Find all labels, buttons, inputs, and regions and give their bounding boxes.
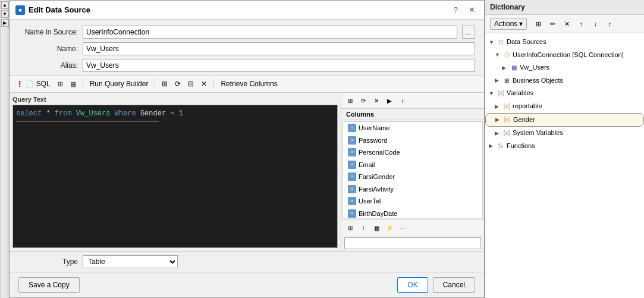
col-up-btn[interactable]: ▶ (384, 95, 395, 106)
col-label-birthdaydate: BirthDayDate (359, 209, 397, 219)
dict-delete-btn[interactable]: ✕ (560, 17, 573, 30)
query-text-label: Query Text (12, 96, 338, 103)
alias-label: Alias: (18, 61, 78, 70)
param-lightning-btn[interactable]: ⚡ (384, 222, 395, 234)
sql-number: 1 (179, 109, 183, 118)
scroll-up-btn[interactable]: ▲ (1, 1, 9, 9)
col-farsiavtivity[interactable]: ≡ FarsiAvtivity (343, 183, 482, 196)
name-row: Name: (18, 42, 475, 55)
sql-star: * (46, 109, 54, 118)
tree-functions[interactable]: ▶ fx Functions (485, 140, 644, 153)
ok-button[interactable]: OK (397, 277, 428, 293)
dict-up-btn[interactable]: ↑ (574, 17, 588, 30)
run-query-builder-item[interactable]: Run Query Builder (87, 78, 152, 90)
query-text-area[interactable]: select * from Vw_Users Where Gender = 1 (12, 105, 338, 248)
sql-table-name: Vw_Users (76, 109, 115, 118)
tree-business-objects[interactable]: ▶ ⊞ Business Objects (485, 74, 644, 87)
func-expand: ▶ (489, 142, 495, 150)
help-button[interactable]: ? (451, 4, 461, 15)
name-in-source-browse-btn[interactable]: … (462, 26, 475, 39)
type-row: Type Table (18, 255, 475, 268)
save-copy-button[interactable]: Save a Copy (18, 277, 80, 293)
dict-down-btn[interactable]: ↓ (589, 17, 602, 30)
name-input[interactable] (83, 42, 475, 55)
tree-reportable[interactable]: ▶ [x] reportable (485, 100, 644, 113)
tree-system-variables[interactable]: ▶ [x] System Variables (485, 127, 644, 140)
alias-input[interactable] (83, 59, 475, 72)
icon-a-item[interactable]: ⊞ (159, 78, 171, 90)
tree-variables[interactable]: ▼ [x] Variables (485, 87, 644, 100)
dictionary-title: Dictionary (485, 0, 644, 15)
tree-connection[interactable]: ▼ ⬡ UserInfoConnection [SQL Connection] (485, 49, 644, 62)
col-personalcode[interactable]: ≡ PersonalCode (343, 146, 482, 159)
col-email[interactable]: ≡ Email (343, 159, 482, 171)
col-password[interactable]: ≡ Password (343, 134, 482, 147)
main-container: ▲ ▼ ▶ ■ Edit Data Source ? ✕ Name in Sou… (0, 0, 644, 298)
col-birthdaydate[interactable]: ≡ BirthDayDate (343, 208, 482, 219)
scroll-right-btn[interactable]: ▶ (1, 19, 9, 27)
actions-button[interactable]: Actions ▾ (490, 18, 527, 30)
connection-expand: ▼ (495, 51, 501, 59)
actions-dropdown-icon: ▾ (519, 20, 523, 28)
tree-gender-variable[interactable]: ▶ [x] Gender (485, 113, 644, 127)
table-view-icon: ⊞ (58, 80, 63, 88)
reportable-expand: ▶ (495, 102, 501, 111)
param-grid-btn[interactable]: ▦ (370, 222, 382, 234)
col-username[interactable]: ≡ UserName (343, 122, 482, 134)
close-button[interactable]: ✕ (466, 4, 478, 15)
data-sources-expand: ▼ (489, 38, 495, 46)
vw-users-label: Vw_Users (520, 62, 549, 73)
scroll-down-btn[interactable]: ▼ (1, 10, 9, 18)
sql-toolbar-item[interactable]: 📄 SQL (23, 78, 54, 90)
tree-data-sources[interactable]: ▼ ⬡ Data Sources (485, 36, 644, 49)
delete-icon-item[interactable]: ✕ (198, 78, 210, 90)
icon-b-item[interactable]: ⟳ (172, 78, 184, 90)
columns-bottom-toolbar: ⊞ ↕ ▦ ⚡ ⋯ (341, 219, 484, 236)
outer-scrollbar[interactable]: ▲ ▼ ▶ (0, 0, 9, 298)
retrieve-columns-item[interactable]: Retrieve Columns (218, 78, 280, 90)
param-sort-btn[interactable]: ↕ (357, 222, 369, 234)
type-select[interactable]: Table (83, 255, 178, 268)
param-add-btn[interactable]: ⊞ (344, 222, 356, 234)
gender-var-icon: [x] (503, 115, 511, 124)
col-usertel[interactable]: ≡ UserTel (343, 195, 482, 208)
sql-icon: 📄 (26, 80, 34, 88)
filter-input[interactable] (344, 237, 481, 249)
grid-icon-item[interactable]: ▦ (67, 79, 79, 90)
name-in-source-label: Name in Source: (18, 28, 78, 36)
param-dots-btn[interactable]: ⋯ (397, 222, 409, 234)
dialog-buttons: Save a Copy OK Cancel (10, 272, 484, 297)
toolbar-sep-1 (83, 79, 83, 89)
dict-add-btn[interactable]: ⊞ (532, 17, 545, 30)
sql-from: from (55, 109, 72, 118)
sql-condition: Gender = (140, 109, 179, 118)
name-in-source-row: Name in Source: … (18, 26, 475, 39)
col-icon-farsigender: ≡ (348, 172, 356, 181)
icon-b: ⟳ (175, 80, 181, 88)
col-farsigender[interactable]: ≡ FarsiGender (343, 171, 482, 183)
table-icon-item[interactable]: ⊞ (55, 79, 66, 90)
col-sort-btn[interactable]: ↕ (397, 95, 409, 106)
cancel-button[interactable]: Cancel (433, 277, 475, 293)
col-add-btn[interactable]: ⊞ (344, 95, 356, 106)
icon-c-item[interactable]: ⊟ (185, 78, 197, 90)
titlebar-controls: ? ✕ (451, 4, 478, 15)
vars-expand: ▼ (489, 89, 495, 98)
icon-c: ⊟ (188, 80, 194, 88)
col-label-usertel: UserTel (359, 196, 381, 206)
columns-header: Columns (341, 109, 484, 120)
alias-row: Alias: (18, 59, 475, 72)
name-in-source-input[interactable] (83, 26, 457, 39)
col-icon-email: ≡ (348, 161, 356, 169)
col-x-btn[interactable]: ✕ (370, 95, 382, 106)
gender-var-label: Gender (513, 115, 535, 126)
dict-edit-btn[interactable]: ✏ (546, 17, 559, 30)
col-link-btn[interactable]: ⟳ (357, 95, 369, 106)
tree-vw-users[interactable]: ▶ ▦ Vw_Users (485, 61, 644, 74)
name-label: Name: (18, 45, 78, 53)
dict-sort-asc-btn[interactable]: ↕ (603, 17, 616, 30)
grid-icon: ▦ (70, 80, 76, 88)
dictionary-toolbar: Actions ▾ ⊞ ✏ ✕ ↑ ↓ ↕ (485, 15, 644, 33)
icon-a: ⊞ (162, 80, 168, 88)
col-icon-farsiavtivity: ≡ (348, 185, 356, 193)
